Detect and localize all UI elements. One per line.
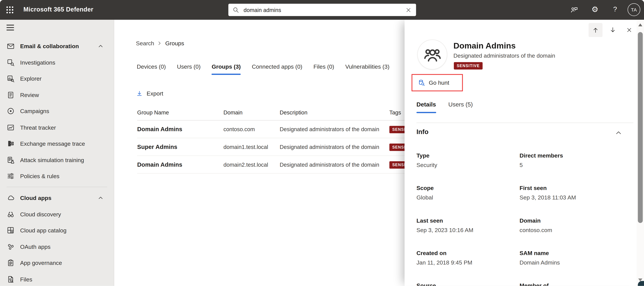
campaigns-icon [6,107,15,115]
arrow-down-icon [609,26,616,34]
panel-divider [416,122,633,123]
previous-item-button[interactable] [588,23,602,37]
scrollbar[interactable] [636,20,644,286]
table-row[interactable]: Domain Admins contoso.com Designated adm… [137,120,450,138]
sidebar-item-review[interactable]: Review [0,87,114,103]
next-item-button[interactable] [606,23,620,37]
chevron-up-icon[interactable] [98,195,106,201]
sidebar-item-investigations[interactable]: Investigations [0,54,114,70]
tab-users[interactable]: Users (0) [177,63,200,75]
sidebar-section-email-collaboration[interactable]: Email & collaboration [0,38,114,54]
panel-tabs: Details Users (5) [416,101,473,113]
field-label: Source [416,282,520,286]
chevron-up-icon[interactable] [98,43,106,49]
tab-vulnerabilities[interactable]: Vulnerabilities (3) [345,63,390,75]
chevron-right-icon [157,41,162,46]
info-row: Type Security Direct members 5 [416,152,634,168]
info-section-title: Info [416,128,428,136]
help-icon[interactable]: ? [613,6,617,13]
investigations-icon [6,58,15,67]
info-row: Scope Global First seen Sep 3, 2018 11:0… [416,185,634,201]
sidebar-item-policies-rules[interactable]: Policies & rules [0,168,114,184]
sensitive-badge: SENSITIVE [389,162,406,169]
threat-tracker-icon [6,123,15,131]
group-avatar [417,40,448,70]
field-value: Global [416,194,520,201]
panel-tab-users[interactable]: Users (5) [448,101,473,113]
sidebar-item-attack-simulation-training[interactable]: Attack simulation training [0,152,114,168]
feedback-icon[interactable] [570,6,578,14]
field-label: Last seen [416,217,520,224]
global-search[interactable] [228,4,416,16]
sidebar-item-cloud-discovery[interactable]: Cloud discovery [0,206,114,222]
close-panel-button[interactable] [622,23,636,37]
sidebar-divider [6,187,107,187]
app-launcher-icon[interactable] [6,6,14,15]
panel-title: Domain Admins [454,41,516,51]
sidebar-item-campaigns[interactable]: Campaigns [0,103,114,119]
file-search-icon [6,275,15,283]
tab-groups[interactable]: Groups (3) [212,63,241,75]
exchange-icon [6,140,15,148]
sidebar-item-files[interactable]: Files [0,271,114,286]
field-label: SAM name [520,250,623,256]
tab-devices[interactable]: Devices (0) [137,63,166,75]
field-value: Security [416,162,520,168]
field-value: Sep 3, 2023 10:16 AM [416,227,520,233]
export-download-icon [136,90,143,97]
panel-tab-details[interactable]: Details [416,101,436,113]
review-icon [6,91,15,99]
breadcrumb-groups: Groups [165,40,184,47]
search-input[interactable] [243,7,405,13]
mail-icon [6,42,15,50]
scrollbar-thumb[interactable] [638,32,643,223]
sidebar-item-threat-tracker[interactable]: Threat tracker [0,119,114,135]
close-icon [626,27,632,33]
sidebar-item-explorer[interactable]: Explorer [0,70,114,87]
sensitive-badge: SENSITIVE [389,126,406,133]
sensitive-badge: SENSITIVE [454,62,482,69]
clear-search-icon[interactable] [405,7,412,13]
scroll-up-arrow[interactable] [638,24,642,26]
sidebar-nav: Email & collaboration Investigations Exp… [0,20,114,286]
catalog-grid-icon [6,226,15,235]
sidebar-item-app-governance[interactable]: App governance [0,255,114,271]
attack-simulation-icon [6,156,15,164]
settings-gear-icon[interactable]: ⚙ [591,4,598,15]
export-button[interactable]: Export [136,88,163,99]
go-hunt-button[interactable]: Go hunt [412,74,463,91]
sidebar-section-cloud-apps[interactable]: Cloud apps [0,190,114,206]
sidebar-item-exchange-message-trace[interactable]: Exchange message trace [0,135,114,152]
tab-connected-apps[interactable]: Connected apps (0) [252,63,302,75]
app-title: Microsoft 365 Defender [24,6,93,13]
hamburger-menu-icon[interactable] [6,25,14,30]
go-hunt-icon [417,79,425,87]
table-row[interactable]: Super Admins domain1.test.local Designat… [137,138,450,156]
arrow-up-icon [592,26,599,34]
top-bar: Microsoft 365 Defender ⚙ ? TA [0,0,644,20]
sidebar-item-oauth-apps[interactable]: OAuth apps [0,239,114,255]
col-description: Description [280,109,389,115]
details-flyout-panel: Domain Admins Designated administrators … [404,20,644,286]
app-window: Microsoft 365 Defender ⚙ ? TA [0,0,644,286]
clipboard-icon [6,259,15,267]
panel-subtitle: Designated administrators of the domain [454,53,555,59]
field-label: First seen [520,185,623,191]
field-value: contoso.com [520,227,623,233]
field-label: Type [416,152,520,159]
table-row[interactable]: Domain Admins domain2.test.local Designa… [137,156,450,174]
sidebar-item-cloud-app-catalog[interactable]: Cloud app catalog [0,222,114,238]
explorer-icon [6,75,15,83]
col-domain: Domain [224,109,280,115]
info-row: Source Member of [416,282,634,286]
breadcrumb: Search Groups [136,40,184,47]
group-people-icon [423,46,441,64]
result-tabs: Devices (0) Users (0) Groups (3) Connect… [137,63,389,75]
field-label: Created on [416,250,520,256]
account-avatar[interactable]: TA [628,3,640,16]
collapse-section-icon[interactable] [615,129,622,136]
breadcrumb-search[interactable]: Search [136,40,154,47]
field-label: Member of [520,282,623,286]
tab-files[interactable]: Files (0) [314,63,334,75]
info-row: Last seen Sep 3, 2023 10:16 AM Domain co… [416,217,634,233]
